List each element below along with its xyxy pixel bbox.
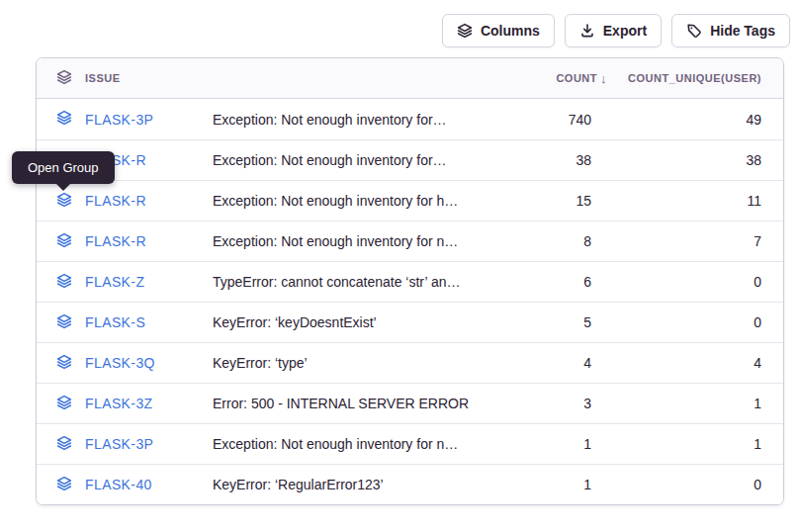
open-group-layers-icon[interactable] <box>56 435 72 454</box>
columns-button[interactable]: Columns <box>442 14 555 47</box>
count-value: 3 <box>502 396 591 411</box>
issue-description: Exception: Not enough inventory for… <box>213 152 502 168</box>
table-row: FLASK-S KeyError: ‘keyDoesntExist’ 5 0 <box>37 302 783 342</box>
issue-cell: FLASK-3P <box>56 435 213 454</box>
open-group-layers-icon[interactable] <box>56 273 72 292</box>
table-body: FLASK-3P Exception: Not enough inventory… <box>37 99 783 504</box>
issue-link[interactable]: FLASK-3P <box>85 112 153 128</box>
columns-button-label: Columns <box>481 23 540 39</box>
table-row: FLASK-R Exception: Not enough inventory … <box>37 221 783 261</box>
issue-cell: FLASK-R <box>56 232 213 251</box>
table-row: FLASK-3Z Error: 500 - INTERNAL SERVER ER… <box>37 383 783 423</box>
export-button[interactable]: Export <box>565 14 662 47</box>
issues-table: ISSUE COUNT ↓ COUNT_UNIQUE(USER) FLASK-3… <box>36 57 784 505</box>
sort-desc-arrow-icon: ↓ <box>600 71 607 86</box>
open-group-layers-icon[interactable] <box>56 476 72 494</box>
count-unique-value: 38 <box>591 152 761 168</box>
layers-icon <box>56 69 72 87</box>
issue-link[interactable]: FLASK-3Q <box>85 355 155 371</box>
table-header-row: ISSUE COUNT ↓ COUNT_UNIQUE(USER) <box>37 58 783 99</box>
column-header-count-unique[interactable]: COUNT_UNIQUE(USER) <box>628 72 761 84</box>
issue-cell: FLASK-R <box>56 192 213 211</box>
open-group-tooltip-label: Open Group <box>28 160 99 175</box>
count-unique-value: 0 <box>591 477 761 492</box>
issue-description: Exception: Not enough inventory for h… <box>213 193 502 209</box>
open-group-tooltip: Open Group <box>12 151 115 184</box>
count-value: 1 <box>502 477 591 492</box>
open-group-layers-icon[interactable] <box>56 110 72 129</box>
issue-link[interactable]: FLASK-R <box>85 233 146 249</box>
count-value: 15 <box>502 193 591 209</box>
table-row: FLASK-3P Exception: Not enough inventory… <box>37 423 783 464</box>
issue-cell: FLASK-S <box>56 313 213 332</box>
hide-tags-button[interactable]: Hide Tags <box>671 14 790 47</box>
table-row: FLASK-40 KeyError: ‘RegularError123’ 1 0 <box>37 464 783 504</box>
count-value: 4 <box>502 355 591 371</box>
count-unique-value: 0 <box>591 274 761 290</box>
issue-link[interactable]: FLASK-3Z <box>85 396 153 411</box>
issue-cell: FLASK-Z <box>56 273 213 292</box>
count-unique-value: 1 <box>591 436 761 452</box>
count-value: 6 <box>502 274 591 290</box>
table-toolbar: Columns Export Hide Tags <box>442 14 790 47</box>
table-row: FLASK-Z TypeError: cannot concatenate ‘s… <box>37 261 783 302</box>
column-header-count-unique-label: COUNT_UNIQUE(USER) <box>628 72 761 84</box>
count-value: 8 <box>502 233 591 249</box>
column-header-issue[interactable]: ISSUE <box>56 69 213 87</box>
issue-link[interactable]: FLASK-R <box>85 193 146 209</box>
column-header-count[interactable]: COUNT ↓ <box>556 71 591 86</box>
column-header-issue-label: ISSUE <box>85 72 121 84</box>
issue-description: KeyError: ‘RegularError123’ <box>213 477 502 492</box>
count-value: 1 <box>502 436 591 452</box>
issue-description: KeyError: ‘type’ <box>213 355 502 371</box>
issue-link[interactable]: FLASK-S <box>85 314 145 330</box>
issue-cell: FLASK-3Q <box>56 354 213 373</box>
issue-cell: FLASK-3Z <box>56 395 213 413</box>
count-unique-value: 0 <box>591 314 761 330</box>
issue-link[interactable]: FLASK-Z <box>85 274 144 290</box>
tag-icon <box>686 23 702 39</box>
hide-tags-button-label: Hide Tags <box>710 23 775 39</box>
table-row: FLASK-3Q KeyError: ‘type’ 4 4 <box>37 342 783 383</box>
issue-cell: FLASK-40 <box>56 476 213 494</box>
issue-cell: FLASK-3P <box>56 110 213 129</box>
table-row: FLASK-R Exception: Not enough inventory … <box>37 139 783 180</box>
issue-description: Exception: Not enough inventory for n… <box>213 436 502 452</box>
table-row: FLASK-R Exception: Not enough inventory … <box>37 180 783 221</box>
export-button-label: Export <box>603 23 647 39</box>
issue-link[interactable]: FLASK-3P <box>85 436 153 452</box>
layers-icon <box>457 23 473 39</box>
count-value: 740 <box>502 112 591 128</box>
open-group-layers-icon[interactable] <box>56 313 72 332</box>
count-unique-value: 4 <box>591 355 761 371</box>
issue-link[interactable]: FLASK-40 <box>85 477 152 492</box>
column-header-count-label: COUNT <box>556 72 597 84</box>
count-unique-value: 11 <box>591 193 761 209</box>
open-group-layers-icon[interactable] <box>56 354 72 373</box>
open-group-layers-icon[interactable] <box>56 232 72 251</box>
count-unique-value: 1 <box>591 396 761 411</box>
issue-description: Error: 500 - INTERNAL SERVER ERROR <box>213 396 502 411</box>
issue-description: TypeError: cannot concatenate ‘str’ an… <box>213 274 502 290</box>
issue-description: KeyError: ‘keyDoesntExist’ <box>213 314 502 330</box>
open-group-layers-icon[interactable] <box>56 192 72 211</box>
count-unique-value: 7 <box>591 233 761 249</box>
issue-description: Exception: Not enough inventory for n… <box>213 233 502 249</box>
issue-description: Exception: Not enough inventory for… <box>213 112 502 128</box>
open-group-layers-icon[interactable] <box>56 395 72 413</box>
table-row: FLASK-3P Exception: Not enough inventory… <box>37 99 783 139</box>
count-unique-value: 49 <box>591 112 761 128</box>
count-value: 5 <box>502 314 591 330</box>
download-icon <box>579 23 595 39</box>
count-value: 38 <box>502 152 591 168</box>
